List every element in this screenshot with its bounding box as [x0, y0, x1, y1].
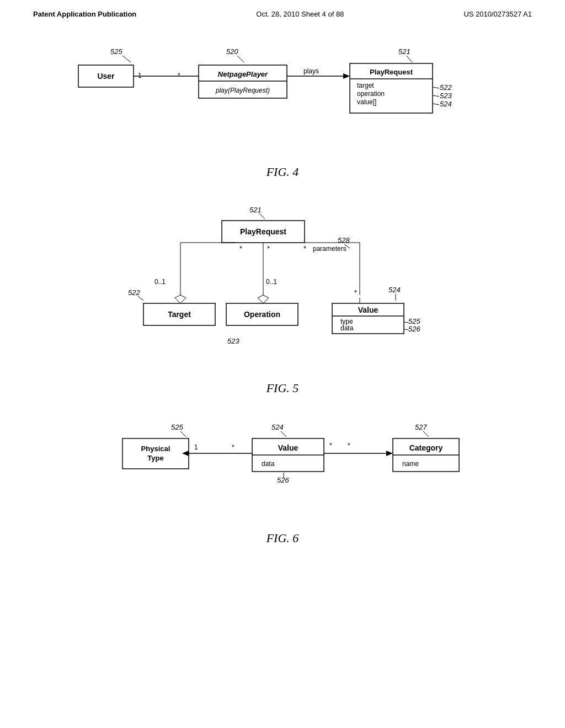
ref-524-fig6-line [281, 431, 286, 437]
fig4-diagram: 525 User 1 * 520 NetpagePlayer play(Pla [44, 35, 521, 156]
physicaltype-title-line1: Physical [141, 445, 170, 453]
star2-fig6: * [348, 442, 350, 449]
value-attr-fig4: value[] [357, 98, 376, 106]
plays-label: plays [303, 67, 319, 75]
value-title-fig6: Value [278, 443, 299, 452]
ref-525-fig5-line [404, 322, 408, 323]
ref-525-fig6-line [180, 431, 186, 437]
ref-526-fig5-line [404, 329, 408, 330]
target-diamond [175, 295, 186, 303]
ref-525-fig4: 525 [110, 47, 122, 56]
plays-arrow [343, 73, 350, 79]
ref-526-fig5: 526 [408, 325, 420, 333]
operation-diamond [258, 295, 269, 303]
fig6-label: FIG. 6 [44, 531, 521, 545]
ref-520-line [237, 56, 244, 62]
ref-522-line [433, 87, 439, 88]
ref-524-fig6: 524 [271, 423, 284, 431]
target-title: Target [168, 310, 191, 319]
fig4-svg: 525 User 1 * 520 NetpagePlayer play(Pla [45, 35, 520, 145]
operation-attr-fig4: operation [357, 90, 385, 98]
rel-1-label: 1 [138, 72, 142, 79]
fig5-section: 521 PlayRequest * * 0..1 522 [44, 201, 521, 395]
ref-523-line [433, 95, 439, 97]
category-title: Category [409, 443, 443, 452]
user-label: User [97, 72, 115, 81]
star1-fig6: * [329, 442, 332, 449]
physicaltype-title-line2: Type [147, 454, 163, 462]
target-attr-fig4: target [357, 82, 374, 89]
playrequest-title-fig5: PlayRequest [240, 227, 286, 236]
ref-520: 520 [226, 47, 238, 56]
ref-528: 528 [338, 236, 350, 244]
ref-524-line [433, 104, 439, 105]
header-publication-label: Patent Application Publication [33, 10, 136, 18]
operation-title: Operation [244, 310, 280, 319]
netpage-method: play(PlayRequest) [215, 87, 270, 94]
star-mid-fig5: * [267, 244, 270, 253]
ref-525-fig6: 525 [171, 423, 183, 431]
ref-527-fig6: 527 [415, 423, 427, 431]
ref-522-fig5-line [138, 296, 143, 301]
ref-523-fig5: 523 [227, 337, 239, 345]
star-left-fig5: * [239, 244, 242, 253]
ref-525-line [122, 56, 131, 62]
label-01-operation: 0..1 [266, 278, 277, 286]
fig5-label: FIG. 5 [44, 381, 521, 395]
fig6-diagram: 525 Physical Type 1 * 524 Value [44, 417, 521, 522]
fig5-svg: 521 PlayRequest * * 0..1 522 [89, 201, 476, 367]
fig6-svg: 525 Physical Type 1 * 524 Value [89, 417, 476, 511]
ref-527-fig6-line [423, 431, 429, 437]
ref-525-fig5: 525 [408, 317, 420, 325]
label-star-fig6: * [232, 443, 234, 451]
ref-522-fig4: 522 [440, 83, 452, 92]
ref-524-fig5: 524 [388, 286, 401, 294]
header-patent-number: US 2010/0273527 A1 [463, 10, 532, 18]
data-attr-fig6: data [262, 460, 275, 468]
ref-522-fig5: 522 [128, 288, 140, 297]
rel-star-label: * [178, 72, 180, 79]
fig4-label: FIG. 4 [44, 165, 521, 179]
label-01-target: 0..1 [154, 278, 166, 286]
label-1-fig6: 1 [194, 443, 198, 451]
ref-523-fig4: 523 [440, 92, 452, 100]
ref-521-fig5: 521 [249, 206, 262, 214]
netpage-player-title: NetpagePlayer [218, 70, 268, 78]
ref-526-fig6: 526 [277, 476, 289, 484]
category-arrow [386, 451, 393, 456]
star-right-fig5: * [303, 244, 306, 253]
page-header: Patent Application Publication Oct. 28, … [0, 0, 565, 24]
ref-521-fig4: 521 [398, 47, 411, 56]
name-attr: name [402, 460, 419, 468]
playrequest-title-fig4: PlayRequest [370, 68, 413, 76]
parameters-label: parameters [313, 245, 347, 253]
value-title-fig5: Value [358, 306, 379, 314]
star-value-end: * [354, 288, 357, 297]
fig6-section: 525 Physical Type 1 * 524 Value [44, 417, 521, 545]
fig4-section: 525 User 1 * 520 NetpagePlayer play(Pla [44, 35, 521, 179]
header-date-sheet: Oct. 28, 2010 Sheet 4 of 88 [256, 10, 344, 18]
ref-521-line [407, 56, 412, 62]
ref-521-fig5-line [259, 213, 265, 219]
ref-524-fig4: 524 [440, 100, 452, 108]
fig5-diagram: 521 PlayRequest * * 0..1 522 [44, 201, 521, 372]
data-attr: data [340, 324, 354, 332]
